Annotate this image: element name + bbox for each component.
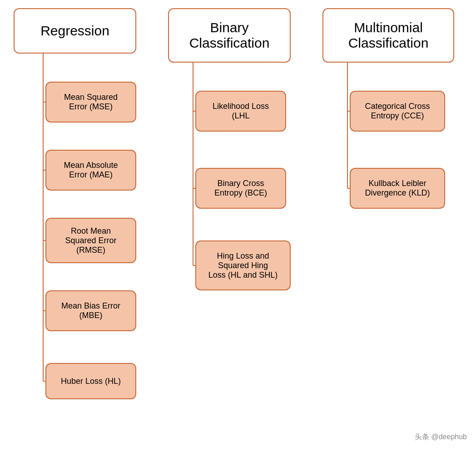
mae-box: Mean AbsoluteError (MAE) xyxy=(45,150,136,191)
mbe-box: Mean Bias Error(MBE) xyxy=(45,290,136,331)
bce-box: Binary CrossEntropy (BCE) xyxy=(195,168,286,209)
kld-box: Kullback LeiblerDivergence (KLD) xyxy=(350,168,445,209)
hl-box: Huber Loss (HL) xyxy=(45,363,136,399)
regression-header: Regression xyxy=(14,8,136,54)
multinomial-header: MultinomialClassification xyxy=(322,8,454,63)
diagram: Regression Mean SquaredError (MSE) Mean … xyxy=(0,0,476,451)
lhl-box: Likelihood Loss(LHL xyxy=(195,91,286,132)
cce-box: Categorical CrossEntropy (CCE) xyxy=(350,91,445,132)
hinge-box: Hing Loss andSquared HingLoss (HL and SH… xyxy=(195,240,291,290)
mse-box: Mean SquaredError (MSE) xyxy=(45,82,136,123)
rmse-box: Root MeanSquared Error(RMSE) xyxy=(45,218,136,263)
watermark: 头条 @deephub xyxy=(415,432,467,442)
binary-header: BinaryClassification xyxy=(168,8,291,63)
